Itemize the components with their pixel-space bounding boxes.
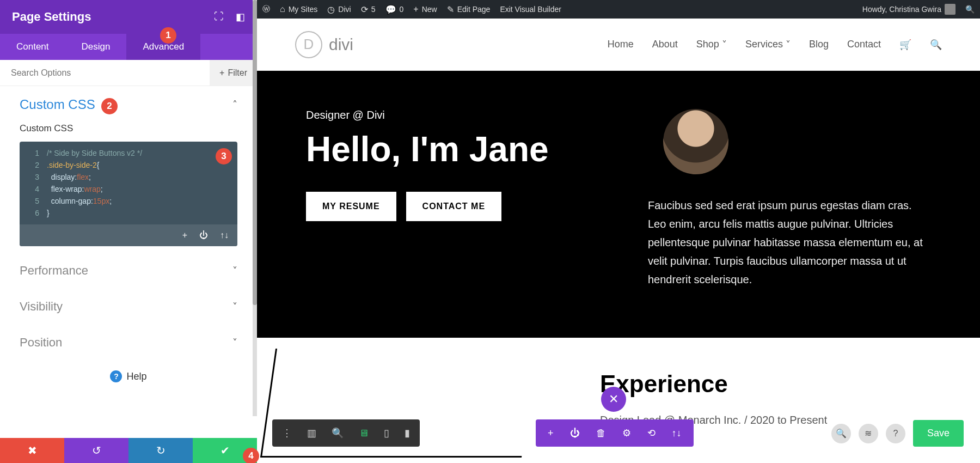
sort-icon[interactable]: ↑↓ bbox=[220, 230, 229, 240]
help-label: Help bbox=[126, 371, 146, 382]
sort-icon[interactable]: ↑↓ bbox=[672, 428, 682, 439]
nav-services[interactable]: Services ˅ bbox=[745, 39, 791, 51]
power-icon[interactable]: ⏻ bbox=[570, 428, 580, 439]
chevron-down-icon: ˅ bbox=[232, 301, 237, 313]
save-button[interactable]: Save bbox=[913, 420, 964, 447]
my-sites-link[interactable]: ⌂My Sites bbox=[280, 4, 317, 14]
pencil-icon: ✎ bbox=[447, 4, 454, 15]
plus-icon: + bbox=[219, 68, 224, 78]
help-link[interactable]: ? Help bbox=[0, 361, 257, 392]
section-custom-css[interactable]: Custom CSS ˄ bbox=[0, 86, 257, 123]
cart-icon[interactable]: 🛒 bbox=[899, 39, 911, 51]
section-position[interactable]: Position ˅ bbox=[0, 325, 257, 361]
site-link[interactable]: ◷Divi bbox=[327, 4, 351, 15]
updates-link[interactable]: ⟳5 bbox=[361, 4, 376, 15]
section-performance[interactable]: Performance ˅ bbox=[0, 253, 257, 289]
search-input[interactable] bbox=[0, 68, 210, 78]
tab-content[interactable]: Content bbox=[0, 34, 65, 60]
section-visibility[interactable]: Visibility ˅ bbox=[0, 289, 257, 325]
nav-contact[interactable]: Contact bbox=[847, 39, 881, 50]
exit-vb-link[interactable]: Exit Visual Builder bbox=[500, 5, 561, 14]
sidebar-tabs: Content Design Advanced bbox=[0, 34, 257, 60]
tab-design[interactable]: Design bbox=[65, 34, 127, 60]
responsive-toolbar: ⋮ ▥ 🔍 🖥 ▯ ▮ bbox=[272, 419, 420, 447]
site-logo[interactable]: D divi bbox=[295, 31, 353, 58]
nav-shop-label: Shop bbox=[696, 39, 719, 50]
custom-css-label: Custom CSS bbox=[0, 123, 257, 142]
sidebar-title: Page Settings bbox=[12, 10, 91, 24]
search-icon[interactable]: 🔍 bbox=[930, 39, 942, 51]
experience-heading: Experience bbox=[600, 370, 931, 398]
close-fab-button[interactable]: ✕ bbox=[601, 387, 626, 412]
trash-icon[interactable]: 🗑 bbox=[596, 428, 606, 439]
hero-paragraph: Faucibus sed sed erat ipsum purus egesta… bbox=[648, 196, 931, 289]
search-row: + Filter bbox=[0, 60, 257, 86]
user-avatar-icon bbox=[945, 4, 955, 15]
annotation-badge-1: 1 bbox=[160, 27, 176, 44]
gear-icon[interactable]: ⚙ bbox=[622, 427, 631, 439]
filter-button[interactable]: + Filter bbox=[210, 60, 257, 86]
find-button[interactable]: 🔍 bbox=[831, 424, 851, 443]
sidebar-footer: ✖ ↺ ↻ ✔ bbox=[0, 438, 257, 463]
profile-avatar bbox=[663, 109, 728, 174]
nav-shop[interactable]: Shop ˅ bbox=[696, 39, 727, 51]
annotation-badge-4: 4 bbox=[243, 448, 259, 463]
add-icon[interactable]: + bbox=[548, 428, 554, 439]
comments-count: 0 bbox=[400, 5, 404, 14]
annotation-badge-3: 3 bbox=[216, 148, 232, 165]
site-name-label: Divi bbox=[338, 5, 351, 14]
nav-home[interactable]: Home bbox=[608, 39, 634, 50]
resume-button[interactable]: MY RESUME bbox=[306, 192, 396, 221]
help-button[interactable]: ? bbox=[886, 424, 905, 443]
help-icon: ? bbox=[110, 370, 122, 382]
site-header: D divi Home About Shop ˅ Services ˅ Blog… bbox=[257, 19, 980, 71]
hero-section: Designer @ Divi Hello, I'm Jane MY RESUM… bbox=[257, 71, 980, 338]
logo-mark-icon: D bbox=[295, 31, 322, 58]
section-title: Visibility bbox=[20, 300, 63, 314]
section-title: Position bbox=[20, 336, 62, 350]
new-link[interactable]: +New bbox=[413, 4, 437, 14]
cancel-button[interactable]: ✖ bbox=[0, 438, 64, 463]
chevron-down-icon: ˅ bbox=[232, 265, 237, 277]
hero-subtitle: Designer @ Divi bbox=[306, 109, 610, 121]
power-icon[interactable]: ⏻ bbox=[199, 230, 208, 240]
comments-link[interactable]: 💬0 bbox=[385, 4, 404, 15]
redo-button[interactable]: ↻ bbox=[128, 438, 193, 463]
page-controls: 🔍 ≋ ? Save bbox=[831, 420, 964, 447]
new-label: New bbox=[422, 5, 437, 14]
howdy-link[interactable]: Howdy, Christina Gwira bbox=[862, 4, 955, 15]
nav-services-label: Services bbox=[745, 39, 783, 50]
code-editor[interactable]: 1/* Side by Side Buttons v2 */2.side-by-… bbox=[20, 142, 237, 246]
main-nav: Home About Shop ˅ Services ˅ Blog Contac… bbox=[608, 39, 942, 51]
more-icon[interactable]: ⋮ bbox=[282, 427, 292, 439]
expand-icon[interactable]: ⛶ bbox=[214, 11, 224, 23]
search-icon[interactable]: 🔍 bbox=[965, 5, 975, 14]
add-icon[interactable]: + bbox=[182, 230, 187, 240]
dock-icon[interactable]: ◧ bbox=[236, 11, 245, 23]
updates-count: 5 bbox=[371, 5, 376, 14]
wireframe-icon[interactable]: ▥ bbox=[307, 427, 316, 439]
nav-blog[interactable]: Blog bbox=[809, 39, 829, 50]
edit-page-label: Edit Page bbox=[457, 5, 491, 14]
sidebar-body: Custom CSS ˄ Custom CSS 1/* Side by Side… bbox=[0, 86, 257, 441]
undo-button[interactable]: ↺ bbox=[64, 438, 128, 463]
history-icon[interactable]: ⟲ bbox=[647, 427, 656, 439]
nav-about[interactable]: About bbox=[652, 39, 678, 50]
zoom-icon[interactable]: 🔍 bbox=[332, 427, 344, 439]
sidebar-scrollbar[interactable] bbox=[253, 0, 257, 416]
edit-page-link[interactable]: ✎Edit Page bbox=[447, 4, 491, 15]
chevron-down-icon: ˅ bbox=[786, 39, 791, 51]
chevron-up-icon: ˄ bbox=[232, 99, 237, 111]
howdy-text: Howdy, Christina Gwira bbox=[862, 5, 941, 14]
tablet-icon[interactable]: ▯ bbox=[384, 427, 389, 439]
desktop-icon[interactable]: 🖥 bbox=[359, 428, 369, 439]
contact-button[interactable]: CONTACT ME bbox=[406, 192, 501, 221]
chevron-down-icon: ˅ bbox=[232, 337, 237, 349]
phone-icon[interactable]: ▮ bbox=[405, 427, 410, 439]
annotation-badge-2: 2 bbox=[101, 98, 118, 114]
layers-button[interactable]: ≋ bbox=[859, 424, 878, 443]
wp-logo-icon[interactable]: ⓦ bbox=[262, 4, 270, 14]
house-icon: ⌂ bbox=[280, 4, 285, 14]
sidebar-header: Page Settings ⛶ ◧ bbox=[0, 0, 257, 34]
filter-label: Filter bbox=[228, 68, 247, 78]
